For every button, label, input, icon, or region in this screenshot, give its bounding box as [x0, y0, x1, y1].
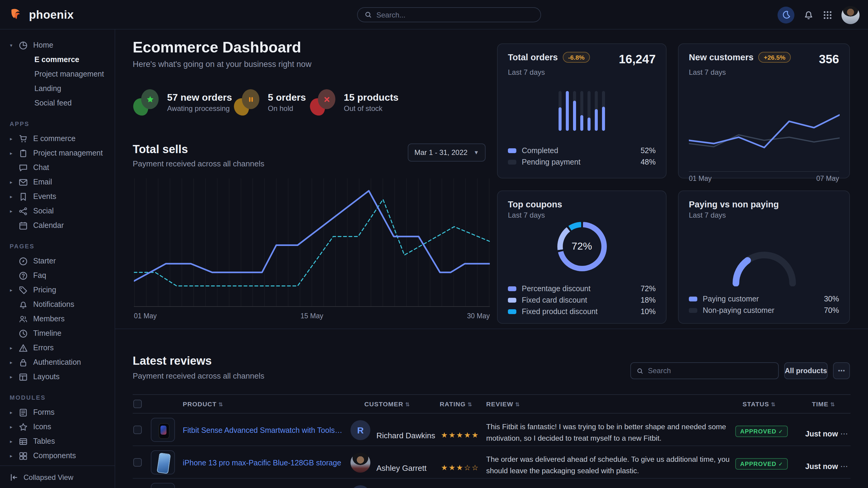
column-header-rating[interactable]: RATING⇅ [440, 400, 472, 408]
sidebar-item-tables[interactable]: ▸Tables [8, 434, 110, 449]
product-link[interactable]: Fitbit Sense Advanced Smartwatch with To… [183, 426, 343, 435]
legend-value: 72% [641, 284, 656, 293]
share-icon [19, 206, 28, 216]
donut-center-value: 72% [557, 222, 607, 271]
sidebar-item-faq[interactable]: Faq [8, 268, 110, 283]
layout-icon [19, 372, 28, 382]
legend-item: Percentage discount 72% [508, 283, 656, 294]
table-icon [19, 436, 28, 446]
sidebar-item-timeline[interactable]: Timeline [8, 326, 110, 340]
sidebar-item-social[interactable]: ▸Social [8, 204, 110, 218]
caret-icon: ▸ [8, 410, 14, 415]
column-header-status[interactable]: STATUS⇅ [743, 400, 776, 408]
sidebar-item-notifications[interactable]: Notifications [8, 297, 110, 312]
sidebar-item-label: Starter [33, 257, 56, 265]
sidebar-item-landing[interactable]: Landing [8, 82, 110, 96]
reviews-search[interactable] [630, 362, 779, 379]
collapse-view-button[interactable]: Collapsed View [0, 465, 115, 488]
row-menu-button[interactable]: ⋯ [840, 462, 848, 471]
customer-avatar[interactable] [350, 453, 370, 473]
legend-label: Fixed product discount [522, 307, 598, 316]
legend-label: Completed [522, 146, 558, 155]
reviews-search-input[interactable] [648, 366, 772, 375]
column-header-time[interactable]: TIME⇅ [812, 400, 835, 408]
sidebar-item-forms[interactable]: ▸Forms [8, 405, 110, 420]
product-thumbnail-smartwatch[interactable] [151, 418, 175, 442]
rating-stars: ★★★★★ [441, 430, 479, 440]
phoenix-logo-icon [10, 7, 24, 22]
caret-icon: ▸ [8, 360, 14, 365]
navbar-actions [777, 0, 860, 30]
sidebar-item-layouts[interactable]: ▸Layouts [8, 369, 110, 384]
sidebar-item-label: Notifications [33, 300, 74, 308]
latest-reviews-title: Latest reviews [133, 355, 212, 368]
collapse-icon [10, 473, 18, 481]
select-all-checkbox[interactable] [133, 400, 142, 408]
sidebar-item-authentication[interactable]: ▸Authentication [8, 355, 110, 369]
apps-grid-button[interactable] [823, 10, 832, 20]
card-period: Last 7 days [508, 211, 656, 220]
sidebar-item-components[interactable]: ▸Components [8, 449, 110, 463]
sidebar-item-errors[interactable]: ▸Errors [8, 340, 110, 355]
column-header-customer[interactable]: CUSTOMER⇅ [364, 400, 410, 408]
stat-value: 15 products [344, 92, 398, 103]
users-icon [19, 314, 28, 324]
stat-caption: Awating processing [167, 104, 232, 113]
brand[interactable]: phoenix [10, 0, 74, 30]
notifications-button[interactable] [803, 10, 814, 20]
theme-toggle-button[interactable] [777, 6, 795, 23]
new-orders-star-icon [133, 88, 160, 117]
legend-item: Completed 52% [508, 145, 656, 156]
sidebar-item-chat[interactable]: Chat [8, 160, 110, 175]
review-row-partial [133, 479, 850, 488]
sidebar-item-project-management[interactable]: Project management [8, 67, 110, 82]
sort-icon: ⇅ [830, 401, 835, 408]
sidebar-item-icons[interactable]: ▸Icons [8, 420, 110, 434]
column-header-review[interactable]: REVIEW⇅ [486, 400, 520, 408]
row-checkbox[interactable] [133, 458, 142, 466]
sidebar-item-pricing[interactable]: ▸Pricing [8, 283, 110, 297]
column-header-product[interactable]: PRODUCT⇅ [183, 400, 223, 408]
review-time: Just now [805, 462, 838, 471]
top-coupons-donut-chart: 72% [557, 222, 607, 271]
legend-label: Non-paying customer [703, 306, 775, 314]
paying-gauge-chart [728, 248, 800, 286]
reviews-more-button[interactable]: ⋯ [833, 362, 850, 379]
pie-chart-icon [19, 40, 28, 50]
all-products-filter-button[interactable]: All products [784, 362, 828, 379]
search-input[interactable] [376, 10, 533, 19]
sidebar-item-label: E commerce [33, 134, 75, 143]
sidebar-item-social-feed[interactable]: Social feed [8, 96, 110, 110]
customer-avatar[interactable]: R [350, 420, 370, 440]
legend-swatch [508, 309, 516, 314]
sidebar-item-label: Timeline [33, 329, 62, 337]
sidebar-item-events[interactable]: ▸Events [8, 189, 110, 204]
sidebar-item-e-commerce[interactable]: E commerce [8, 53, 110, 67]
sort-icon: ⇅ [771, 401, 776, 408]
customer-avatar[interactable] [350, 485, 370, 488]
star-outline-icon [19, 422, 28, 432]
sidebar-item-calendar[interactable]: Calendar [8, 218, 110, 233]
row-checkbox[interactable] [133, 426, 142, 434]
product-thumbnail-iphone[interactable] [151, 450, 175, 475]
sidebar-item-project-management[interactable]: ▸Project management [8, 146, 110, 160]
sidebar-item-starter[interactable]: Starter [8, 254, 110, 268]
sidebar-item-home[interactable]: ▾Home [8, 38, 110, 53]
card-period: Last 7 days [508, 68, 656, 76]
product-thumbnail[interactable] [151, 483, 175, 488]
user-avatar[interactable] [841, 6, 860, 24]
product-link[interactable]: iPhone 13 pro max-Pacific Blue-128GB sto… [183, 459, 341, 467]
status-badge: APPROVED ✓ [735, 426, 788, 437]
sidebar-item-e-commerce[interactable]: ▸E commerce [8, 131, 110, 146]
sidebar-item-email[interactable]: ▸Email [8, 175, 110, 189]
row-menu-button[interactable]: ⋯ [840, 429, 848, 438]
sidebar-item-members[interactable]: Members [8, 312, 110, 326]
date-range-select[interactable]: Mar 1 - 31, 2022 ▼ [408, 143, 486, 162]
sidebar-item-label: Social feed [34, 99, 72, 107]
legend-swatch [689, 296, 697, 301]
legend-swatch [508, 148, 516, 153]
section-divider [115, 329, 868, 329]
total-orders-bar-chart [498, 91, 666, 131]
global-search[interactable] [357, 7, 541, 22]
page-subtitle: Here's what's going on at your business … [133, 60, 312, 69]
